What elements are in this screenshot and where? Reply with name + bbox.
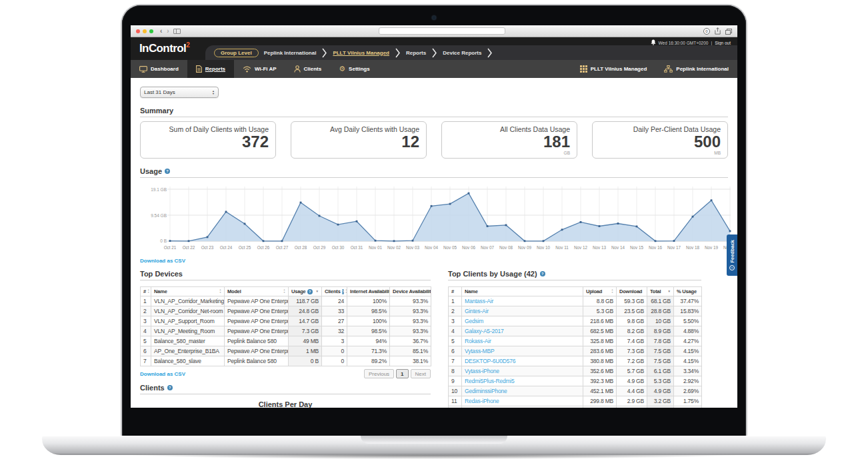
breadcrumb-item-reports[interactable]: Reports	[406, 50, 426, 56]
webcam	[433, 16, 436, 19]
svg-text:Oct 29: Oct 29	[313, 245, 326, 250]
nav-context-pllt-vilnius-managed[interactable]: PLLT Vilnius Managed	[571, 60, 656, 78]
top-clients-row: 8Vytass-iPhone352.6 MB5.7 GB6.1 GB3.34%	[449, 366, 702, 376]
feedback-tab[interactable]: Feedback >	[727, 234, 737, 276]
devices-pagination: Previous 1 Next	[364, 369, 431, 378]
top-devices-section: Top Devices #▲▼Name▲▼Model▲▼Usage?▼Clien…	[140, 270, 431, 408]
screen: ‹ › 0 InControl	[131, 25, 737, 408]
top-clients-row: 7DESKTOP-6U0D576380.8 MB7.2 GB7.5 GB4.15…	[449, 356, 702, 366]
browser-forward-button[interactable]: ›	[167, 28, 169, 35]
top-clients-row: 1Mantass-Air8.8 GB59.3 GB68.1 GB37.47%	[449, 296, 702, 306]
client-name-link[interactable]: DESKTOP-6U0D576	[465, 358, 515, 364]
share-icon[interactable]	[715, 25, 721, 37]
breadcrumb-item-peplink-international[interactable]: Peplink International	[264, 50, 317, 56]
divider	[140, 280, 431, 280]
client-name-link[interactable]: Mantass-Air	[465, 298, 493, 304]
client-name-link[interactable]: Rokass-Air	[465, 338, 491, 344]
pagination-previous-button[interactable]: Previous	[364, 369, 394, 378]
svg-text:Nov 19: Nov 19	[705, 245, 718, 250]
info-icon[interactable]: ?	[165, 169, 170, 174]
svg-text:Oct 28: Oct 28	[295, 245, 307, 250]
info-icon[interactable]: ?	[167, 385, 173, 390]
app-logo[interactable]: InControl2	[139, 41, 189, 55]
breadcrumb-item-device-reports[interactable]: Device Reports	[443, 50, 481, 56]
breadcrumb-item-pllt-vilnius-managed[interactable]: PLLT Vilnius Managed	[333, 50, 389, 56]
svg-text:Oct 31: Oct 31	[351, 245, 363, 250]
top-clients-column-usage[interactable]: % Usage	[674, 287, 702, 296]
nav-item-reports[interactable]: Reports	[187, 60, 234, 78]
client-name-link[interactable]: Vytass-MBP	[465, 348, 494, 354]
breadcrumb-group-level[interactable]: Group Level	[214, 49, 259, 57]
feedback-icon: >	[729, 265, 735, 270]
top-devices-column-clients[interactable]: Clients?▲▼	[322, 287, 347, 296]
top-devices-row: 1VLN_AP_Corridor_MarketingPepwave AP One…	[141, 296, 431, 306]
sidebar-icon[interactable]	[173, 29, 181, 34]
client-name-link[interactable]: Redmi5Plus-Redmi5	[465, 378, 515, 384]
svg-text:Oct 21: Oct 21	[164, 245, 177, 250]
nav-item-settings[interactable]: ⚙ Settings	[330, 60, 378, 78]
top-clients-column-total[interactable]: Total▼	[647, 287, 674, 296]
chevron-separator-icon	[322, 48, 327, 58]
downloads-badge[interactable]: 0	[703, 28, 710, 35]
info-icon[interactable]: ?	[342, 289, 344, 294]
svg-text:Oct 25: Oct 25	[239, 245, 251, 250]
minimize-window-button[interactable]	[143, 29, 147, 33]
svg-text:Oct 27: Oct 27	[276, 245, 289, 250]
browser-chrome: ‹ › 0	[131, 25, 737, 37]
svg-text:Nov 08: Nov 08	[499, 245, 513, 250]
client-name-link[interactable]: GediminssiPhone	[465, 388, 507, 394]
sort-desc-icon: ▼	[315, 290, 319, 293]
svg-text:Nov 11: Nov 11	[555, 245, 569, 250]
svg-text:Nov 05: Nov 05	[443, 245, 457, 250]
nav-item-clients[interactable]: Clients	[285, 60, 331, 78]
top-clients-column-upload[interactable]: Upload▲▼	[583, 287, 617, 296]
pagination-page-1-button[interactable]: 1	[396, 369, 408, 378]
laptop-mockup: ‹ › 0 InControl	[0, 0, 868, 461]
address-bar[interactable]	[379, 27, 505, 35]
chevron-separator-icon	[395, 48, 400, 58]
sign-out-link[interactable]: Sign out	[715, 41, 731, 45]
client-name-link[interactable]: Gintes-Air	[465, 308, 489, 314]
top-devices-column-internet-availability[interactable]: Internet Availability▲▼	[347, 287, 390, 296]
reports-icon	[196, 65, 202, 73]
svg-text:Oct 23: Oct 23	[201, 245, 214, 250]
svg-text:Nov 03: Nov 03	[406, 245, 419, 250]
clients-section-title: Clients ?	[140, 384, 431, 392]
summary-card-all-clients-data: All Clients Data Usage 181 GB	[441, 121, 577, 159]
tabs-icon[interactable]	[725, 25, 732, 37]
client-name-link[interactable]: Vytass-iPhone	[465, 368, 499, 374]
top-devices-column-model[interactable]: Model▲▼	[225, 287, 289, 296]
grid-icon	[580, 65, 587, 73]
pagination-next-button[interactable]: Next	[411, 369, 431, 378]
top-clients-column-download[interactable]: Download	[617, 287, 647, 296]
info-icon[interactable]: ?	[307, 289, 313, 294]
client-name-link[interactable]: Gedsim	[465, 318, 483, 324]
client-name-link[interactable]: Redas-iPhone	[465, 398, 499, 404]
devices-download-csv-link[interactable]: Download as CSV	[140, 371, 185, 377]
top-devices-column-usage[interactable]: Usage?▼	[289, 287, 322, 296]
svg-text:Nov 13: Nov 13	[593, 245, 606, 250]
top-clients-column-name[interactable]: Name	[462, 287, 583, 296]
svg-text:Oct 24: Oct 24	[220, 245, 233, 250]
top-devices-row: 5Balance_580_masterPeplink Balance 58049…	[141, 336, 431, 346]
divider	[140, 177, 728, 178]
top-clients-column-num[interactable]: #	[449, 287, 462, 296]
nav-item-dashboard[interactable]: Dashboard	[131, 60, 187, 78]
top-devices-column-num[interactable]: #▲▼	[141, 287, 151, 296]
info-icon[interactable]: ?	[540, 271, 545, 276]
usage-download-csv-link[interactable]: Download as CSV	[140, 258, 185, 264]
date-range-select[interactable]: Last 31 Days ▲▼	[140, 87, 219, 98]
zoom-window-button[interactable]	[149, 29, 153, 33]
top-clients-row: 4Galaxy-A5-2017682.5 MB8.2 GB8.9 GB4.88%	[449, 326, 702, 336]
browser-back-button[interactable]: ‹	[160, 28, 162, 35]
date-range-value: Last 31 Days	[144, 89, 175, 95]
top-devices-column-device-availability[interactable]: Device Availability▲▼	[390, 287, 431, 296]
top-clients-row: 9Redmi5Plus-Redmi5392.3 MB4.9 GB5.3 GB2.…	[449, 376, 702, 386]
nav-item-wi-fi-ap[interactable]: Wi-Fi AP	[234, 60, 285, 78]
top-devices-column-name[interactable]: Name▲▼	[151, 287, 225, 296]
client-name-link[interactable]: Galaxy-A5-2017	[465, 328, 504, 334]
close-window-button[interactable]	[136, 29, 140, 33]
sort-desc-icon: ▼	[667, 290, 671, 293]
nav-context-peplink-international[interactable]: Peplink International	[655, 60, 737, 78]
settings-icon: ⚙	[339, 65, 345, 73]
